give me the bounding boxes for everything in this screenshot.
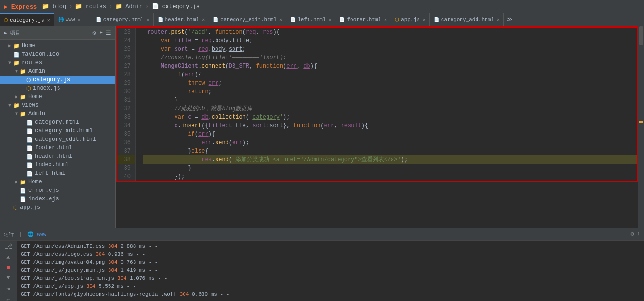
tree-label: routes — [22, 60, 42, 66]
run-label[interactable]: 运行 — [4, 232, 14, 237]
tree-item-category-edit-html[interactable]: 📄 category_edit.html — [0, 135, 115, 144]
code-line-29: 29 throw err; — [117, 79, 637, 87]
tree-item-category-html[interactable]: 📄 category.html — [0, 118, 115, 127]
indent-icon[interactable]: ⇥ — [2, 284, 15, 292]
code-content[interactable]: 23 router.post('/add', function(req, res… — [116, 26, 638, 228]
tab-www[interactable]: 🌐 www ✕ — [54, 13, 92, 26]
close-tab-btn[interactable]: ✕ — [202, 17, 205, 23]
tab-overflow-btn[interactable]: ≫ — [504, 16, 516, 23]
line-code: var sort = req.body.sort; — [143, 45, 637, 53]
tab-category-add-html[interactable]: 📄 category_add.html ✕ — [430, 13, 504, 26]
line-number: 27 — [117, 62, 136, 70]
tab-category-js[interactable]: ⬡ category.js ✕ — [0, 13, 54, 26]
settings-icon[interactable]: ⚙ — [92, 29, 96, 37]
folder-icon: 📁 — [13, 43, 20, 49]
tab-header-html[interactable]: 📄 header.html ✕ — [154, 13, 209, 26]
breadcrumb-admin[interactable]: 📁 Admin — [115, 3, 142, 10]
tree-item-home2[interactable]: ▶ 📁 Home — [0, 93, 115, 101]
tree-item-favicon[interactable]: 📄 favicon.ico — [0, 50, 115, 59]
tree-item-left-html[interactable]: 📄 left.html — [0, 169, 115, 178]
tab-bar: ⬡ category.js ✕ 🌐 www ✕ 📄 category.html … — [0, 13, 644, 26]
tree-item-views-admin[interactable]: ▼ 📁 Admin — [0, 110, 115, 118]
stop-icon[interactable]: ■ — [2, 264, 15, 271]
sort-icon[interactable]: ☰ — [106, 29, 111, 37]
close-tab-btn[interactable]: ✕ — [279, 17, 282, 23]
code-line-40: 40 }); — [117, 172, 637, 181]
line-dot — [136, 113, 143, 121]
close-tab-btn[interactable]: ✕ — [384, 17, 387, 23]
tree-item-index-ejs[interactable]: 📄 index.ejs — [0, 195, 115, 203]
close-tab-btn[interactable]: ✕ — [146, 17, 149, 23]
log-line: GET /Admin/js/jquery.min.js 304 1.419 ms… — [21, 267, 640, 275]
up-icon[interactable]: ▲ — [2, 253, 15, 261]
tree-item-app-js[interactable]: ⬡ app.js — [0, 203, 115, 212]
tab-left-html[interactable]: 📄 left.html ✕ — [286, 13, 335, 26]
tab-label: www — [66, 17, 75, 23]
folder-icon: 📁 — [13, 60, 20, 66]
line-dot — [136, 62, 143, 70]
line-number: 24 — [117, 36, 136, 45]
line-number: 31 — [117, 96, 136, 104]
line-number: 34 — [117, 121, 136, 130]
close-tab-btn[interactable]: ✕ — [77, 17, 80, 23]
tree-item-views[interactable]: ▼ 📁 views — [0, 101, 115, 110]
breadcrumb-blog[interactable]: 📁 blog — [42, 3, 66, 10]
arrow-icon: ▼ — [7, 60, 13, 66]
www-label[interactable]: 🌐 www — [27, 232, 46, 237]
line-dot — [136, 138, 143, 147]
down-icon[interactable]: ▼ — [2, 274, 15, 282]
tab-category-html[interactable]: 📄 category.html ✕ — [92, 13, 154, 26]
bottom-panel: 运行 | 🌐 www ⚙ ↑ ⎇ ▲ ■ ▼ ⇥ ⇤ 👤 >> GET /Adm… — [0, 228, 644, 301]
tree-item-admin[interactable]: ▼ 📁 Admin — [0, 67, 115, 76]
line-number: 40 — [117, 172, 136, 181]
tree-item-index-js[interactable]: ⬡ index.js — [0, 84, 115, 93]
git-icon[interactable]: ⎇ — [2, 242, 15, 250]
code-line-35: 35 if(err){ — [117, 130, 637, 138]
line-dot — [136, 96, 143, 104]
tree-item-footer-html[interactable]: 📄 footer.html — [0, 144, 115, 152]
tree-label: Admin — [28, 68, 45, 75]
settings-icon[interactable]: ⚙ — [631, 231, 634, 238]
html-file-icon: 📄 — [26, 171, 33, 177]
html-file-icon: 📄 — [26, 137, 33, 143]
tree-item-routes[interactable]: ▼ 📁 routes — [0, 59, 115, 67]
tab-footer-html[interactable]: 📄 footer.html ✕ — [335, 13, 391, 26]
line-number: 32 — [117, 104, 136, 113]
close-tab-btn[interactable]: ✕ — [47, 17, 50, 23]
line-number: 23 — [117, 28, 136, 36]
close-tab-btn[interactable]: ✕ — [328, 17, 331, 23]
globe-icon: 🌐 — [58, 17, 64, 23]
code-line-23: 23 router.post('/add', function(req, res… — [117, 28, 637, 36]
html-file-icon: 📄 — [26, 120, 33, 126]
outdent-icon[interactable]: ⇤ — [2, 295, 15, 301]
line-code: }else{ — [143, 147, 637, 155]
tree-item-category-js[interactable]: ⬡ category.js — [0, 76, 115, 84]
line-dot — [136, 155, 143, 164]
tree-item-header-html[interactable]: 📄 header.html — [0, 152, 115, 161]
tree-item-category-add-html[interactable]: 📄 category_add.html — [0, 127, 115, 135]
tab-label: footer.html — [347, 17, 381, 23]
js-icon: ⬡ — [395, 17, 399, 23]
tab-app-js[interactable]: ⬡ app.js ✕ — [391, 13, 430, 26]
breadcrumb-routes[interactable]: 📁 routes — [75, 3, 106, 10]
tab-label: app.js — [401, 17, 420, 23]
app-logo: ▶ Express — [4, 3, 37, 10]
sidebar: ▶ 项目 ⚙ + ☰ ▶ 📁 Home 📄 favicon.ico — [0, 26, 116, 228]
log-line: GET /Admin/js/bootstrap.min.js 304 1.076… — [21, 275, 640, 283]
tab-category-edit-html[interactable]: 📄 category_edit.html ✕ — [209, 13, 286, 26]
tab-label: left.html — [298, 17, 326, 23]
tree-item-error-ejs[interactable]: 📄 error.ejs — [0, 186, 115, 195]
maximize-icon[interactable]: ↑ — [637, 231, 640, 238]
tree-item-home1[interactable]: ▶ 📁 Home — [0, 42, 115, 50]
code-line-31: 31 } — [117, 96, 637, 104]
tree-item-home3[interactable]: ▶ 📁 Home — [0, 178, 115, 186]
js-icon: ⬡ — [4, 17, 8, 23]
line-number: 30 — [117, 87, 136, 96]
tree-item-index-html[interactable]: 📄 index.html — [0, 161, 115, 169]
add-icon[interactable]: + — [99, 29, 103, 37]
close-tab-btn[interactable]: ✕ — [423, 17, 426, 23]
html-file-icon: 📄 — [26, 162, 33, 168]
line-dot — [136, 164, 143, 172]
close-tab-btn[interactable]: ✕ — [497, 17, 500, 23]
line-dot — [136, 121, 143, 130]
